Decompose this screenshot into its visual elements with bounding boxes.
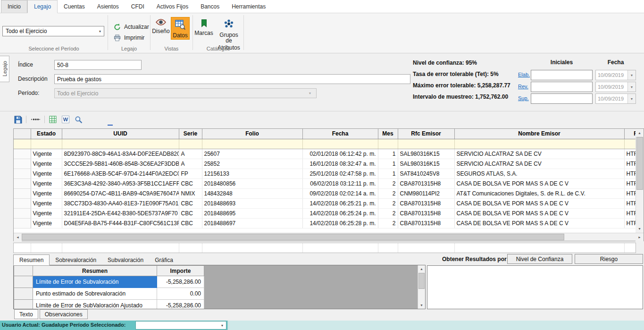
link-rev[interactable]: Rev.	[518, 84, 528, 89]
cell-folio[interactable]: 148432848	[202, 188, 302, 198]
row-indicator[interactable]	[14, 198, 31, 208]
scroll-left-icon[interactable]	[14, 233, 22, 241]
cell-uuid[interactable]: 3CCC5E29-5B81-460B-854B-3C6EA2F3DDBB	[62, 159, 179, 169]
filter-cell-rfc[interactable]	[624, 139, 636, 149]
cell-rfc-emisor[interactable]: CBA8701315H8	[398, 178, 454, 188]
column-header-mes[interactable]: Mes	[378, 129, 398, 139]
tab-gr-fica[interactable]: Gráfica	[149, 254, 179, 265]
cell-rfc-emisor[interactable]: SAL980316K15	[398, 159, 454, 169]
cell-serie[interactable]: CBC	[179, 198, 202, 208]
calendar-dropdown-icon[interactable]	[627, 94, 636, 103]
status-period-combobox[interactable]	[135, 321, 226, 330]
tab-herramientas[interactable]: Herramientas	[226, 0, 272, 13]
cell-estado[interactable]: Vigente	[31, 169, 62, 178]
cell-mes[interactable]: 1	[378, 149, 398, 159]
summary-label[interactable]: Punto estimado de Sobrevaloración	[33, 288, 157, 300]
calendar-dropdown-icon[interactable]	[627, 70, 636, 80]
grid-row-3[interactable]: Vigente36E3C3A8-4292-3840-A953-3F5B1CC1A…	[14, 178, 636, 188]
initials-input-sup[interactable]	[531, 93, 593, 104]
summary-row-indicator[interactable]	[14, 288, 33, 300]
tab-observaciones[interactable]: Observaciones	[40, 309, 88, 319]
filter-cell-rfc-emisor[interactable]	[398, 139, 454, 149]
cell-estado[interactable]: Vigente	[31, 149, 62, 159]
row-indicator[interactable]	[14, 188, 31, 198]
cell-rfc[interactable]: HTR9	[624, 178, 636, 188]
horizontal-scroll-thumb[interactable]	[22, 234, 564, 240]
cell-rfc[interactable]: HTR9	[624, 169, 636, 178]
grid-row-7[interactable]: VigenteD04E5FA8-BA75-F444-B31F-C80FC561C…	[14, 218, 636, 228]
cell-fecha[interactable]: 06/02/2018 03:12:11 p. m.	[302, 178, 378, 188]
cell-fecha[interactable]: 14/02/2018 06:25:21 p. m.	[302, 198, 378, 208]
indice-input[interactable]: 50-8	[54, 60, 142, 70]
grid-green-icon[interactable]	[48, 115, 58, 124]
scroll-up-icon[interactable]	[418, 265, 425, 272]
cell-rfc[interactable]: HTR9	[624, 159, 636, 169]
cell-estado[interactable]: Vigente	[31, 178, 62, 188]
cell-folio[interactable]: 2018480856	[202, 178, 302, 188]
cell-uuid[interactable]: 6E176668-A3EB-5C4F-97D4-2144F0A2EDC0	[62, 169, 179, 178]
nivel-de-confianza-button[interactable]: Nivel de Confianza	[507, 254, 572, 264]
filter-cell-uuid[interactable]	[62, 139, 179, 149]
summary-scroll-thumb[interactable]	[418, 273, 425, 289]
summary-scrollbar[interactable]	[418, 265, 425, 309]
cell-estado[interactable]: Vigente	[31, 159, 62, 169]
summary-row-2[interactable]: Límite de Error de SubValoración Ajustad…	[14, 300, 204, 310]
cell-folio[interactable]: 25852	[202, 159, 302, 169]
cell-mes[interactable]: 2	[378, 208, 398, 218]
column-header-estado[interactable]: Estado	[31, 129, 62, 139]
cell-fecha[interactable]: 02/01/2018 06:12:42 p. m.	[302, 149, 378, 159]
filter-cell-fecha[interactable]	[302, 139, 378, 149]
cell-rfc[interactable]: HTR9	[624, 149, 636, 159]
summary-column-importe[interactable]: Importe	[157, 266, 204, 276]
tab-inicio[interactable]: Inicio	[1, 0, 27, 13]
cell-nombre-emisor[interactable]: SERVICIO ALCATRAZ SA DE CV	[454, 159, 624, 169]
scroll-up-icon[interactable]	[636, 129, 644, 137]
date-picker-rev[interactable]: 10/09/2019	[595, 82, 636, 92]
scroll-down-icon[interactable]	[418, 302, 425, 309]
cell-uuid[interactable]: 86690254-D7AC-4B11-BAB9-4C9A9E76047A	[62, 188, 179, 198]
dots-icon[interactable]	[30, 115, 41, 124]
filter-cell-mes[interactable]	[378, 139, 398, 149]
cell-serie[interactable]: NMIX	[179, 188, 202, 198]
cell-mes[interactable]: 2	[378, 218, 398, 228]
descripcion-input[interactable]: Prueba de gastos	[54, 74, 410, 84]
cell-serie[interactable]: CBC	[179, 218, 202, 228]
cell-serie[interactable]: A	[179, 159, 202, 169]
riesgo-button[interactable]: Riesgo	[575, 254, 643, 264]
summary-value[interactable]: 0.00	[157, 288, 204, 300]
vertical-scroll-thumb[interactable]	[636, 137, 643, 190]
tab-legajo[interactable]: Legajo	[27, 0, 58, 13]
calendar-dropdown-icon[interactable]	[627, 82, 636, 92]
cell-uuid[interactable]: 8D923970-88C9-46A1-83A4-D0F2EEADB820	[62, 149, 179, 159]
filter-cell-serie[interactable]	[179, 139, 202, 149]
cell-estado[interactable]: Vigente	[31, 218, 62, 228]
tab-sobrevaloraci-n[interactable]: Sobrevaloración	[50, 254, 102, 265]
row-indicator[interactable]	[14, 218, 31, 228]
cell-rfc-emisor[interactable]: CBA8701315H8	[398, 208, 454, 218]
scroll-down-icon[interactable]	[636, 225, 644, 233]
column-header-uuid[interactable]: UUID	[62, 129, 179, 139]
cell-folio[interactable]: 2018488695	[202, 208, 302, 218]
cell-uuid[interactable]: 321911E4-25DA-E442-B380-5DE5737A9F70	[62, 208, 179, 218]
legajo-side-tab[interactable]: Legajo	[0, 56, 9, 82]
tab-asientos[interactable]: Asientos	[91, 0, 125, 13]
cell-rfc[interactable]: HTR9	[624, 188, 636, 198]
cell-fecha[interactable]: 14/02/2018 06:25:28 p. m.	[302, 218, 378, 228]
summary-row-1[interactable]: Punto estimado de Sobrevaloración0.00	[14, 288, 204, 300]
cell-rfc-emisor[interactable]: CNM980114PI2	[398, 188, 454, 198]
tab-activos-fijos[interactable]: Activos Fijos	[151, 0, 194, 13]
cell-nombre-emisor[interactable]: SEGUROS ATLAS, S.A.	[454, 169, 624, 178]
cell-estado[interactable]: Vigente	[31, 208, 62, 218]
cell-rfc[interactable]: HTR9	[624, 218, 636, 228]
cell-serie[interactable]: A	[179, 149, 202, 159]
marcas-button[interactable]: Marcas	[193, 17, 214, 37]
row-indicator[interactable]	[14, 208, 31, 218]
cell-mes[interactable]: 1	[378, 159, 398, 169]
cell-serie[interactable]: FP	[179, 169, 202, 178]
cell-uuid[interactable]: 38CC73D3-4830-AA40-81E3-71E090F75A01	[62, 198, 179, 208]
link-elab[interactable]: Elab.	[518, 72, 530, 77]
filter-cell-estado[interactable]	[31, 139, 62, 149]
cell-nombre-emisor[interactable]: CASA DE BOLSA VE POR MAS S A DE C V	[454, 218, 624, 228]
scroll-right-icon[interactable]	[636, 233, 644, 241]
chevron-down-icon[interactable]	[218, 324, 226, 327]
